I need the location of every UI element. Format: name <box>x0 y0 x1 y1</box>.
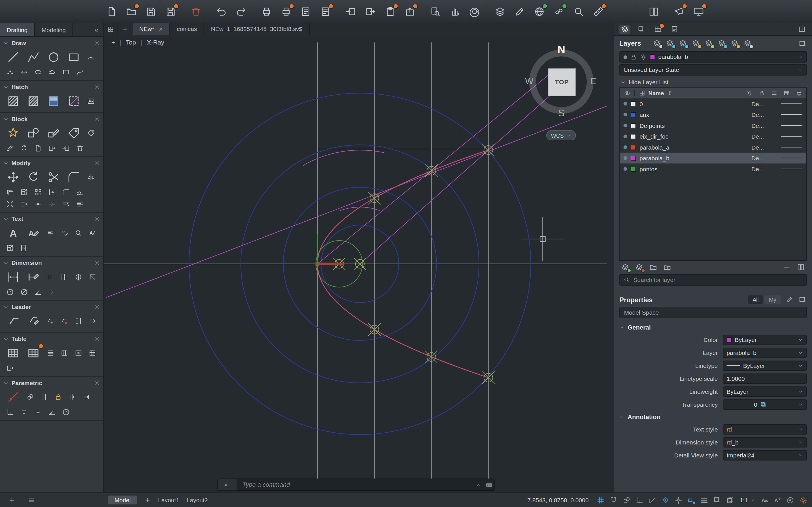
lengthen-tool[interactable] <box>60 199 71 209</box>
hatch-pattern-tool[interactable] <box>24 93 42 109</box>
edit-dimension-tool[interactable] <box>24 269 42 285</box>
linetype-scale-control[interactable]: 1.0000 <box>723 373 807 384</box>
layer-merge-icon[interactable] <box>743 39 753 48</box>
property-section-annotation[interactable]: Annotation <box>614 411 812 422</box>
property-section-general[interactable]: General <box>614 321 812 333</box>
collapse-rows-icon[interactable] <box>782 263 792 272</box>
perpendicular-constraint-tool[interactable] <box>4 407 15 417</box>
collect-leaders-tool[interactable] <box>87 316 98 326</box>
system-display-icon[interactable] <box>693 5 705 18</box>
file-tab[interactable]: conicas <box>170 23 204 35</box>
layer-control[interactable]: parabola_b <box>723 347 807 358</box>
sheets-palette-tab-icon[interactable] <box>669 24 679 34</box>
save-as-icon[interactable] <box>164 5 177 18</box>
layer-on-dot[interactable] <box>623 135 627 138</box>
settings-gear-icon[interactable] <box>798 495 808 505</box>
arc-tool[interactable] <box>85 52 96 62</box>
layer-unisolate-icon[interactable] <box>730 39 740 48</box>
object-snap-tracking-icon[interactable] <box>673 495 683 505</box>
file-tab[interactable]: NEw_1_1682574145_30f3fbf8.sv$ <box>204 23 310 35</box>
layer-on-dot[interactable] <box>623 113 627 116</box>
add-leader-tool[interactable] <box>45 316 56 326</box>
grid-display-icon[interactable] <box>596 495 606 505</box>
text-edit-tool[interactable]: A <box>24 225 42 241</box>
pdf-import-tool[interactable]: PDF <box>18 243 29 253</box>
annotation-autoscale-icon[interactable]: A <box>772 495 782 505</box>
attach-tag-tool[interactable] <box>65 125 82 141</box>
rotate-tool[interactable] <box>24 169 42 185</box>
horizontal-constraint-tool[interactable] <box>18 407 29 417</box>
orbit-icon[interactable] <box>468 5 481 18</box>
ortho-mode-icon[interactable] <box>635 495 645 505</box>
section-header[interactable]: Dimension <box>3 258 100 268</box>
dimensional-constraint-tool[interactable] <box>80 392 92 402</box>
mtext-tool[interactable]: A <box>4 225 22 241</box>
compass-north-label[interactable]: N <box>556 43 567 56</box>
page-setup-icon[interactable] <box>299 5 312 18</box>
section-settings-icon[interactable] <box>94 84 100 90</box>
section-header[interactable]: Draw <box>3 38 100 48</box>
table-tool[interactable] <box>4 345 22 361</box>
radial-constraint-tool[interactable] <box>60 407 71 417</box>
tab-layout2[interactable]: Layout2 <box>187 497 208 503</box>
purge-block-tool[interactable] <box>74 144 86 153</box>
insert-row-tool[interactable] <box>45 348 56 358</box>
edit-leader-tool[interactable] <box>24 313 42 329</box>
keyboard-icon[interactable] <box>484 482 494 488</box>
delete-icon[interactable] <box>190 5 202 18</box>
linetype-column-icon[interactable] <box>770 89 778 97</box>
table-style-tool[interactable] <box>87 348 98 358</box>
sync-attributes-tool[interactable] <box>18 144 29 153</box>
rectangle-tool[interactable] <box>65 49 82 65</box>
palette-collapse-button[interactable]: « <box>90 23 103 36</box>
section-header[interactable]: Hatch <box>3 82 100 92</box>
edit-tools-icon[interactable] <box>513 5 526 18</box>
explode-tool[interactable] <box>4 199 15 209</box>
view-direction-button[interactable]: Top <box>126 39 136 46</box>
find-replace-icon[interactable] <box>572 5 585 18</box>
layer-color-swatch[interactable] <box>631 166 636 172</box>
continue-dimension-tool[interactable] <box>59 272 70 282</box>
create-block-tool[interactable] <box>24 125 42 141</box>
layer-on-dot[interactable] <box>623 145 627 149</box>
merge-cells-tool[interactable] <box>72 348 84 358</box>
export-block-tool[interactable] <box>46 144 57 153</box>
erase-tool[interactable] <box>74 187 86 197</box>
plot-icon[interactable] <box>260 5 273 18</box>
panel-collapse-icon[interactable] <box>797 24 807 34</box>
layer-on-dot[interactable] <box>623 167 627 171</box>
open-drawing-icon[interactable] <box>125 5 138 18</box>
layer-on-dot[interactable] <box>623 124 627 127</box>
scale-tool[interactable] <box>18 187 29 197</box>
annotation-visibility-icon[interactable]: A <box>759 495 769 505</box>
stretch-tool[interactable] <box>18 199 29 209</box>
isolate-objects-icon[interactable] <box>785 495 795 505</box>
eye-icon[interactable] <box>623 89 631 97</box>
new-layout-button[interactable] <box>145 497 151 503</box>
tab-overview-icon[interactable] <box>103 23 118 35</box>
compass-east-label[interactable]: E <box>589 76 599 87</box>
insert-block-tool[interactable] <box>4 125 22 141</box>
justify-text-tool[interactable] <box>45 228 56 238</box>
section-settings-icon[interactable] <box>94 304 100 309</box>
multileader-tool[interactable] <box>4 313 22 329</box>
layer-lock-icon[interactable] <box>691 39 701 48</box>
layer-on-dot[interactable] <box>623 102 627 106</box>
lineweight-display-icon[interactable] <box>700 495 709 505</box>
section-settings-icon[interactable] <box>94 380 100 386</box>
layer-color-swatch[interactable] <box>631 112 636 117</box>
drawing-svg[interactable] <box>103 35 613 493</box>
annotation-scale-dropdown[interactable]: 1:1 <box>739 497 756 503</box>
vertical-constraint-tool[interactable] <box>66 392 78 402</box>
angular-dimension-tool[interactable] <box>32 287 43 297</box>
collaboration-icon[interactable] <box>553 5 566 18</box>
dynamic-input-icon[interactable] <box>687 495 696 505</box>
export-icon[interactable] <box>364 5 377 18</box>
layer-on-dot[interactable] <box>623 156 627 160</box>
current-layer-dropdown[interactable]: parabola_b <box>619 51 807 62</box>
tab-modeling[interactable]: Modeling <box>35 23 73 36</box>
define-attribute-tool[interactable] <box>85 128 96 138</box>
chamfer-tool[interactable] <box>60 187 71 197</box>
text-style-control[interactable]: rd <box>723 424 807 434</box>
redo-icon[interactable] <box>235 5 248 18</box>
